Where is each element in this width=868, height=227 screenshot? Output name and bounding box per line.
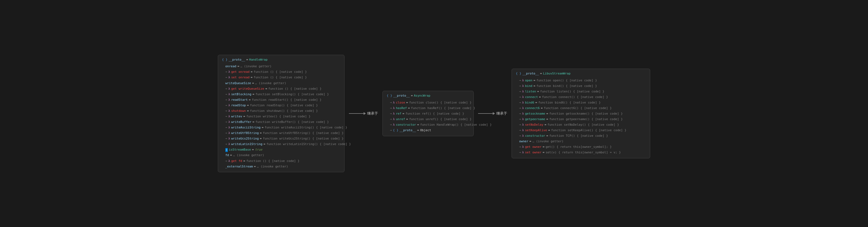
card-libuvstreamwrap: { } __proto__ = LibuvStreamWrap → λ open… xyxy=(512,69,650,158)
row-writeasciistring: → λ writeAsciiString = function writeAsc… xyxy=(222,125,340,130)
row-connect6: → λ connect6 = function connect6() { [na… xyxy=(516,105,646,111)
row-getpeername: → λ getpeername = function getpeername()… xyxy=(516,116,646,122)
row-fd: fd = … (invoke getter) xyxy=(222,153,340,158)
card3-proto: __proto__ xyxy=(522,72,539,75)
row-get-fd: → λ get fd = function () { [native code]… xyxy=(222,158,340,164)
row-onread: onread = … (invoke getter) xyxy=(222,64,340,69)
row-constructor-tcp: → λ constructor = function TCP() { [nati… xyxy=(516,133,646,139)
connector1: 继承于 xyxy=(344,111,382,116)
row-get-writequeuesize: → λ get writeQueueSize = function () { [… xyxy=(222,86,340,91)
row-writev: → λ writev = function writev() { [native… xyxy=(222,114,340,119)
row-owner: owner = … (invoke getter) xyxy=(516,139,646,144)
row-get-onread: → λ get onread = function () { [native c… xyxy=(222,69,340,75)
arrow1-graphic xyxy=(349,113,366,114)
arrow2-graphic xyxy=(478,113,495,114)
row-set-owner: → λ set owner = set(v) { return this[own… xyxy=(516,150,646,155)
row-setkeepalive: → λ setKeepAlive = function setKeepAlive… xyxy=(516,128,646,133)
row-bind: → λ bind = function bind() { [native cod… xyxy=(516,83,646,89)
row-setnodelay: → λ setNoDelay = function setNoDelay() {… xyxy=(516,122,646,128)
row-unref: → λ unref = function unref() { [native c… xyxy=(386,116,469,122)
card2-classname: AsyncWrap xyxy=(414,94,430,97)
card3-eq: = xyxy=(540,72,542,75)
row-hasref: → λ hasRef = function hasRef() { [native… xyxy=(386,105,469,111)
row-readstart: → λ readStart = function readStart() { [… xyxy=(222,97,340,102)
row-writeutf8string: → λ writeUtf8String = function writeUtf8… xyxy=(222,130,340,136)
row-bind6: → λ bind6 = function bind6() { [native c… xyxy=(516,100,646,105)
card2-proto: __proto__ xyxy=(393,94,410,97)
card1-brace: { } xyxy=(222,58,227,61)
row-writequeuesize: writeQueueSize = … (invoke getter) xyxy=(222,80,340,86)
main-container: { } __proto__ = HandleWrap onread = … (i… xyxy=(218,55,650,172)
row-constructor-handlewrap: → λ constructor = function HandleWrap() … xyxy=(386,122,469,128)
card2-eq: = xyxy=(411,94,413,97)
row-getsockname: → λ getsockname = function getsockname()… xyxy=(516,111,646,116)
row-close: → λ close = function close() { [native c… xyxy=(386,100,469,105)
connector1-label: 继承于 xyxy=(367,111,378,116)
row-shutdown: → λ shutdown = function shutdown() { [na… xyxy=(222,108,340,114)
card3-brace: { } xyxy=(516,72,521,75)
card3-classname: LibuvStreamWrap xyxy=(543,72,570,75)
row-writebuffer: → λ writeBuffer = function writeBuffer()… xyxy=(222,119,340,125)
row-listen: → λ listen = function listen() { [native… xyxy=(516,89,646,94)
row-connect: → λ connect = function connect() { [nati… xyxy=(516,94,646,100)
card1-proto: __proto__ xyxy=(229,58,245,61)
card3-title: { } __proto__ = LibuvStreamWrap xyxy=(516,72,646,75)
connector2: 继承于 xyxy=(474,111,512,116)
row-open: → λ open = function open() { [native cod… xyxy=(516,77,646,83)
row-ref: → λ ref = function ref() { [native code]… xyxy=(386,111,469,116)
card1-classname: HandleWrap xyxy=(249,58,268,61)
row-get-owner: → λ get owner = get() { return this[owne… xyxy=(516,144,646,150)
card-handlewrap: { } __proto__ = HandleWrap onread = … (i… xyxy=(218,55,344,172)
row-writeucs2string: → λ writeUcs2String = function writeUcs2… xyxy=(222,136,340,141)
row-externalstream: _externalStream = … (invoke getter) xyxy=(222,164,340,169)
card2-brace: { } xyxy=(386,94,392,97)
card2-title: { } __proto__ = AsyncWrap xyxy=(386,94,469,97)
card1-eq: = xyxy=(246,58,248,61)
row-writelatin1string: → λ writeLatin1String = function writeLa… xyxy=(222,141,340,147)
arrow1-line: 继承于 xyxy=(349,111,378,116)
row-readstop: → λ readStop = function readStop() { [na… xyxy=(222,102,340,108)
row-proto-object: → { } __proto__ = Object xyxy=(386,128,469,133)
card1-title: { } __proto__ = HandleWrap xyxy=(222,58,340,61)
connector2-label: 继承于 xyxy=(496,111,507,116)
row-isstreambase: i isStreamBase = true xyxy=(222,147,340,153)
arrow2-line: 继承于 xyxy=(478,111,507,116)
row-set-onread: → λ set onread = function () { [native c… xyxy=(222,75,340,80)
card-asyncwrap: { } __proto__ = AsyncWrap → λ close = fu… xyxy=(382,91,474,136)
row-setblocking: → λ setBlocking = function setBlocking()… xyxy=(222,91,340,97)
